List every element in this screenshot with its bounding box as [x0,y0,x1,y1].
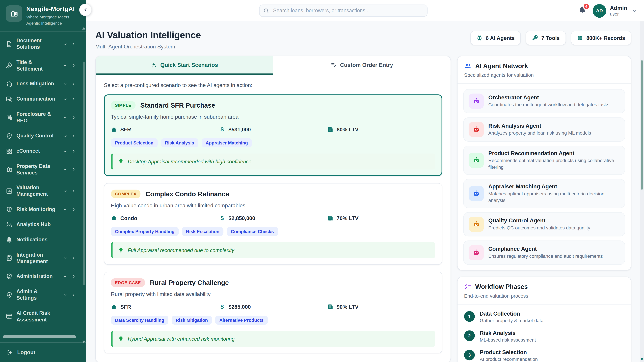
ai-agent-network-card: AI Agent Network Specialized agents for … [457,56,631,271]
scenario-tag: Compliance Checks [227,227,278,236]
page-scrollbar[interactable] [640,21,644,362]
phase-number: 1 [464,311,475,322]
chevron-down-icon[interactable] [63,82,68,86]
chevron-right-icon[interactable] [72,82,76,86]
logout-button[interactable]: Logout [0,342,86,362]
chevron-down-icon[interactable] [63,149,68,153]
page-scrollbar-thumb[interactable] [641,60,643,190]
sidebar-item-ai-credit-risk-assessment[interactable]: AI Credit Risk Assessment [0,306,86,327]
agent-appraiser-matching[interactable]: Appraiser Matching AgentMatches optimal … [463,179,625,208]
chevron-right-icon[interactable] [72,167,76,172]
sidebar-item-property-data-services[interactable]: Property Data Services [0,159,86,180]
sidebar-collapse-button[interactable] [79,4,92,16]
tools-stat-chip[interactable]: 7 Tools [526,31,566,45]
sidebar-item-integration-management[interactable]: Integration Management [0,247,86,269]
records-stat-chip[interactable]: 800K+ Records [571,31,631,45]
chevron-right-icon[interactable] [72,134,76,138]
user-name: Admin [610,5,627,11]
sidebar-item-valuation-management[interactable]: Valuation Management [0,180,86,202]
chat-icon [6,96,13,103]
tab-custom-order-entry[interactable]: Custom Order Entry [273,56,451,75]
chevron-right-icon[interactable] [72,189,76,193]
scenario-card-standard-sfr-purchase[interactable]: SIMPLE Standard SFR Purchase Typical sin… [104,94,442,176]
sidebar-item-foreclosure-reo[interactable]: Foreclosure & REO [0,107,86,128]
sidebar-item-risk-monitoring[interactable]: Risk Monitoring [0,202,86,217]
sidebar-item-document-solutions[interactable]: Document Solutions [0,33,86,55]
chevron-down-icon[interactable] [63,189,68,193]
sidebar-item-admin-settings[interactable]: Admin & Settings [0,284,86,306]
chevron-down-icon[interactable] [63,167,68,172]
scroll-down-arrow-icon[interactable] [640,358,643,361]
chevron-right-icon[interactable] [72,274,76,279]
ai-agents-stat-chip[interactable]: 6 AI Agents [470,31,521,45]
chevron-down-icon[interactable] [63,134,68,138]
card-check-icon [6,313,13,320]
scenario-tag: Complex Property Handling [111,227,178,236]
scenario-card-complex-condo-refinance[interactable]: COMPLEX Complex Condo Refinance High-val… [104,183,442,265]
shield-check-icon [6,132,13,139]
sidebar-item-administration[interactable]: Administration [0,269,86,284]
chevron-right-icon[interactable] [72,293,76,297]
chevron-down-icon[interactable] [63,115,68,120]
workflow-subtitle: End-to-end valuation process [464,293,624,299]
agent-compliance[interactable]: Compliance AgentEnsures regulatory compl… [463,241,625,265]
scenario-title: Complex Condo Refinance [146,190,229,198]
phase-number: 2 [464,331,475,341]
agent-network-title: AI Agent Network [475,62,528,70]
scenario-tag: Risk Mitigation [172,316,212,325]
notification-badge: 4 [583,3,590,10]
scenario-badge: EDGE-CASE [111,278,145,287]
sidebar-horizontal-scrollbar[interactable] [3,335,76,338]
scenario-title: Standard SFR Purchase [140,102,215,109]
chevron-right-icon[interactable] [72,149,76,153]
chevron-right-icon[interactable] [72,207,76,212]
sidebar-item-notifications[interactable]: Notifications [0,232,86,247]
notifications-button[interactable]: 4 [578,6,586,15]
chevron-down-icon[interactable] [63,97,68,101]
agent-list: Orchestrator AgentCoordinates the multi-… [458,84,631,270]
chevron-right-icon[interactable] [72,97,76,101]
agent-orchestrator[interactable]: Orchestrator AgentCoordinates the multi-… [463,89,625,113]
chevron-right-icon[interactable] [72,256,76,260]
logo-house-icon [6,5,22,22]
property-type-stat: SFR [111,126,219,133]
user-menu[interactable]: AD Admin user [593,4,638,17]
chevron-down-icon[interactable] [63,256,68,260]
ltv-stat: 80% LTV [327,126,435,133]
chevron-down-icon[interactable] [63,207,68,212]
chevron-right-icon[interactable] [72,115,76,120]
property-type-stat: SFR [111,303,219,310]
sidebar-item-communication[interactable]: Communication [0,91,86,107]
loan-amount-stat: $$285,000 [219,303,327,310]
document-icon [6,40,13,48]
page-header: AI Valuation Intelligence Multi-Agent Or… [95,29,631,50]
scenario-description: Typical single-family home purchase in s… [111,114,435,120]
scenario-card-rural-property-challenge[interactable]: EDGE-CASE Rural Property Challenge Rural… [104,272,442,353]
search-input[interactable] [259,4,428,17]
agent-risk-analysis[interactable]: Risk Analysis AgentAnalyzes property and… [463,117,625,141]
lightbulb-icon [118,336,124,342]
scenario-tag: Data Scarcity Handling [111,316,168,325]
agent-product-recommendation[interactable]: Product Recommendation AgentRecommends o… [463,146,625,175]
dollar-icon: $ [219,126,225,133]
sidebar-item-loss-mitigation[interactable]: Loss Mitigation [0,76,86,92]
chevron-right-icon[interactable] [72,42,76,46]
chevron-right-icon[interactable] [72,63,76,68]
sidebar-item-analytics-hub[interactable]: Analytics Hub [0,217,86,232]
chevron-down-icon[interactable] [63,42,68,46]
sidebar-item-quality-control[interactable]: Quality Control [0,128,86,143]
gavel-icon [6,62,13,69]
scroll-up-arrow-icon[interactable] [82,27,86,30]
robot-icon [468,93,484,109]
bank-icon [327,304,334,310]
sidebar-item-title-settlement[interactable]: Title & Settlement [0,55,86,76]
chevron-down-icon[interactable] [63,293,68,297]
ltv-stat: 90% LTV [327,303,435,310]
agent-quality-control[interactable]: Quality Control AgentPredicts QC outcome… [463,212,625,236]
chevron-down-icon[interactable] [63,63,68,68]
tab-quick-start-scenarios[interactable]: Quick Start Scenarios [96,56,273,75]
chevron-down-icon[interactable] [63,274,68,279]
sidebar-vertical-scrollbar[interactable] [83,61,85,285]
topbar: 4 AD Admin user [86,0,644,21]
sidebar-item-econnect[interactable]: eConnect [0,143,86,159]
